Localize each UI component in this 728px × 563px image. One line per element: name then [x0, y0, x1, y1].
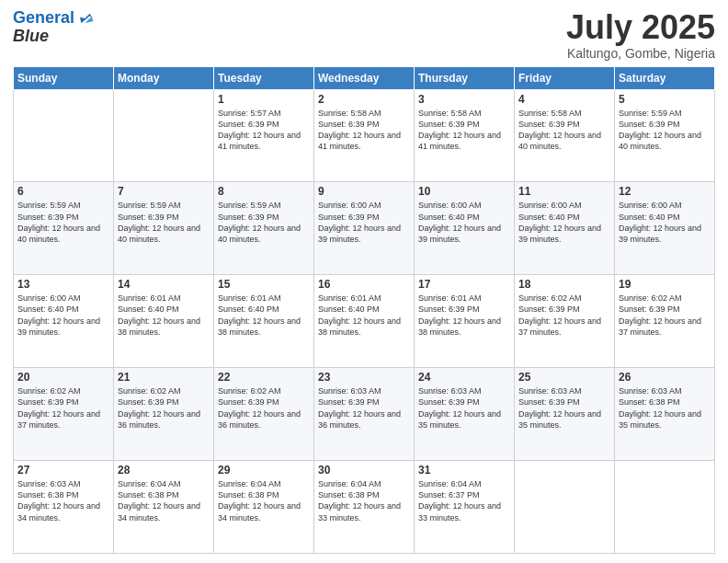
table-row: 31Sunrise: 6:04 AM Sunset: 6:37 PM Dayli… [415, 461, 515, 554]
day-detail: Sunrise: 6:01 AM Sunset: 6:40 PM Dayligh… [118, 293, 210, 338]
table-row: 15Sunrise: 6:01 AM Sunset: 6:40 PM Dayli… [214, 275, 314, 368]
day-detail: Sunrise: 6:01 AM Sunset: 6:40 PM Dayligh… [218, 293, 310, 338]
day-detail: Sunrise: 6:00 AM Sunset: 6:40 PM Dayligh… [619, 200, 711, 245]
table-row [615, 461, 715, 554]
day-detail: Sunrise: 6:00 AM Sunset: 6:40 PM Dayligh… [418, 200, 510, 245]
header-tuesday: Tuesday [214, 66, 314, 89]
day-detail: Sunrise: 6:04 AM Sunset: 6:38 PM Dayligh… [318, 478, 410, 523]
day-number: 9 [318, 185, 410, 198]
day-detail: Sunrise: 6:03 AM Sunset: 6:38 PM Dayligh… [619, 385, 711, 431]
day-detail: Sunrise: 6:02 AM Sunset: 6:39 PM Dayligh… [619, 293, 711, 338]
header-friday: Friday [515, 66, 615, 89]
day-detail: Sunrise: 6:02 AM Sunset: 6:39 PM Dayligh… [518, 293, 610, 338]
table-row: 2Sunrise: 5:58 AM Sunset: 6:39 PM Daylig… [314, 89, 415, 182]
table-row: 6Sunrise: 5:59 AM Sunset: 6:39 PM Daylig… [14, 182, 114, 275]
table-row: 25Sunrise: 6:03 AM Sunset: 6:39 PM Dayli… [515, 368, 615, 461]
table-row: 8Sunrise: 5:59 AM Sunset: 6:39 PM Daylig… [214, 182, 314, 275]
table-row: 27Sunrise: 6:03 AM Sunset: 6:38 PM Dayli… [14, 461, 114, 554]
table-row: 12Sunrise: 6:00 AM Sunset: 6:40 PM Dayli… [615, 182, 715, 275]
day-detail: Sunrise: 5:58 AM Sunset: 6:39 PM Dayligh… [418, 108, 510, 153]
table-row: 30Sunrise: 6:04 AM Sunset: 6:38 PM Dayli… [314, 461, 415, 554]
day-number: 3 [418, 93, 510, 106]
day-number: 24 [418, 371, 510, 384]
day-number: 21 [118, 371, 210, 384]
day-number: 14 [118, 278, 210, 291]
top-area: General Blue July 2025 Kaltungo, Gombe, … [13, 9, 715, 61]
table-row: 20Sunrise: 6:02 AM Sunset: 6:39 PM Dayli… [14, 368, 114, 461]
day-detail: Sunrise: 5:59 AM Sunset: 6:39 PM Dayligh… [218, 200, 310, 245]
table-row: 16Sunrise: 6:01 AM Sunset: 6:40 PM Dayli… [314, 275, 415, 368]
day-number: 8 [218, 185, 310, 198]
day-number: 12 [619, 185, 711, 198]
table-row: 18Sunrise: 6:02 AM Sunset: 6:39 PM Dayli… [515, 275, 615, 368]
table-row: 17Sunrise: 6:01 AM Sunset: 6:39 PM Dayli… [415, 275, 515, 368]
day-number: 31 [418, 464, 510, 477]
table-row: 29Sunrise: 6:04 AM Sunset: 6:38 PM Dayli… [214, 461, 314, 554]
table-row: 5Sunrise: 5:59 AM Sunset: 6:39 PM Daylig… [615, 89, 715, 182]
day-number: 15 [218, 278, 310, 291]
day-number: 18 [518, 278, 610, 291]
day-detail: Sunrise: 6:00 AM Sunset: 6:40 PM Dayligh… [518, 200, 610, 245]
logo-icon [76, 9, 95, 28]
day-detail: Sunrise: 6:00 AM Sunset: 6:40 PM Dayligh… [17, 293, 109, 338]
header-wednesday: Wednesday [314, 66, 415, 89]
day-detail: Sunrise: 6:03 AM Sunset: 6:39 PM Dayligh… [318, 385, 410, 431]
calendar-week-row: 27Sunrise: 6:03 AM Sunset: 6:38 PM Dayli… [14, 461, 715, 554]
day-detail: Sunrise: 6:02 AM Sunset: 6:39 PM Dayligh… [218, 385, 310, 431]
title-block: July 2025 Kaltungo, Gombe, Nigeria [566, 9, 715, 61]
month-title: July 2025 [566, 9, 715, 46]
day-number: 1 [218, 93, 310, 106]
logo: General Blue [13, 9, 95, 46]
day-number: 22 [218, 371, 310, 384]
weekday-header-row: Sunday Monday Tuesday Wednesday Thursday… [14, 66, 715, 89]
day-number: 23 [318, 371, 410, 384]
day-number: 25 [518, 371, 610, 384]
table-row: 26Sunrise: 6:03 AM Sunset: 6:38 PM Dayli… [615, 368, 715, 461]
day-number: 28 [118, 464, 210, 477]
day-detail: Sunrise: 6:01 AM Sunset: 6:39 PM Dayligh… [418, 293, 510, 338]
day-number: 29 [218, 464, 310, 477]
location-subtitle: Kaltungo, Gombe, Nigeria [566, 46, 715, 61]
table-row: 13Sunrise: 6:00 AM Sunset: 6:40 PM Dayli… [14, 275, 114, 368]
day-detail: Sunrise: 6:04 AM Sunset: 6:38 PM Dayligh… [118, 478, 210, 523]
day-number: 7 [118, 185, 210, 198]
day-detail: Sunrise: 6:03 AM Sunset: 6:39 PM Dayligh… [518, 385, 610, 431]
day-detail: Sunrise: 5:59 AM Sunset: 6:39 PM Dayligh… [17, 200, 109, 245]
day-number: 13 [17, 278, 109, 291]
table-row: 14Sunrise: 6:01 AM Sunset: 6:40 PM Dayli… [114, 275, 214, 368]
day-number: 5 [619, 93, 711, 106]
day-number: 10 [418, 185, 510, 198]
table-row: 28Sunrise: 6:04 AM Sunset: 6:38 PM Dayli… [114, 461, 214, 554]
day-number: 19 [619, 278, 711, 291]
day-number: 4 [518, 93, 610, 106]
table-row: 11Sunrise: 6:00 AM Sunset: 6:40 PM Dayli… [515, 182, 615, 275]
day-detail: Sunrise: 5:59 AM Sunset: 6:39 PM Dayligh… [118, 200, 210, 245]
day-number: 11 [518, 185, 610, 198]
calendar-week-row: 20Sunrise: 6:02 AM Sunset: 6:39 PM Dayli… [14, 368, 715, 461]
day-number: 16 [318, 278, 410, 291]
day-number: 30 [318, 464, 410, 477]
day-detail: Sunrise: 5:58 AM Sunset: 6:39 PM Dayligh… [318, 108, 410, 153]
day-number: 2 [318, 93, 410, 106]
day-detail: Sunrise: 6:00 AM Sunset: 6:39 PM Dayligh… [318, 200, 410, 245]
table-row [14, 89, 114, 182]
table-row: 7Sunrise: 5:59 AM Sunset: 6:39 PM Daylig… [114, 182, 214, 275]
day-detail: Sunrise: 6:03 AM Sunset: 6:39 PM Dayligh… [418, 385, 510, 431]
header-sunday: Sunday [14, 66, 114, 89]
header-saturday: Saturday [615, 66, 715, 89]
table-row: 9Sunrise: 6:00 AM Sunset: 6:39 PM Daylig… [314, 182, 415, 275]
table-row [515, 461, 615, 554]
day-detail: Sunrise: 5:59 AM Sunset: 6:39 PM Dayligh… [619, 108, 711, 153]
day-detail: Sunrise: 6:01 AM Sunset: 6:40 PM Dayligh… [318, 293, 410, 338]
table-row: 21Sunrise: 6:02 AM Sunset: 6:39 PM Dayli… [114, 368, 214, 461]
header-thursday: Thursday [415, 66, 515, 89]
table-row: 1Sunrise: 5:57 AM Sunset: 6:39 PM Daylig… [214, 89, 314, 182]
day-detail: Sunrise: 6:04 AM Sunset: 6:37 PM Dayligh… [418, 478, 510, 523]
table-row: 22Sunrise: 6:02 AM Sunset: 6:39 PM Dayli… [214, 368, 314, 461]
table-row [114, 89, 214, 182]
logo-text2: Blue [13, 28, 95, 46]
table-row: 19Sunrise: 6:02 AM Sunset: 6:39 PM Dayli… [615, 275, 715, 368]
day-number: 20 [17, 371, 109, 384]
calendar-week-row: 6Sunrise: 5:59 AM Sunset: 6:39 PM Daylig… [14, 182, 715, 275]
day-detail: Sunrise: 5:58 AM Sunset: 6:39 PM Dayligh… [518, 108, 610, 153]
